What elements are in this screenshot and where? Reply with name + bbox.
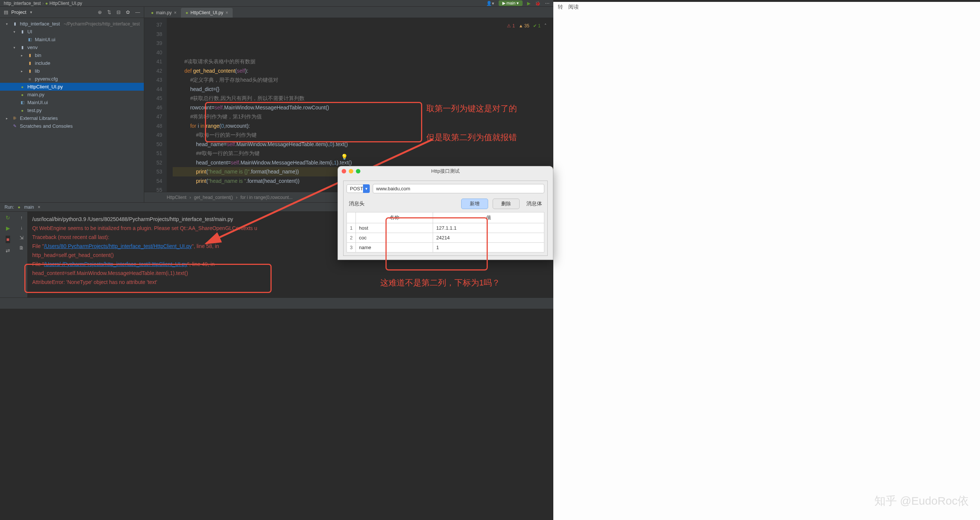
top-toolbar: http_interface_test › ● HttpClient_UI.py… bbox=[0, 0, 553, 7]
tree-node[interactable]: ≡pyvenv.cfg bbox=[0, 75, 144, 83]
tree-node[interactable]: ▮include bbox=[0, 59, 144, 67]
watermark: 知乎 @EudoRoc依 bbox=[874, 493, 969, 509]
run-icon[interactable]: ▶ bbox=[6, 225, 10, 231]
tree-node[interactable]: ✎Scratches and Consoles bbox=[0, 122, 144, 130]
table-row[interactable]: 1host127.1.1.1 bbox=[347, 223, 544, 233]
tree-node[interactable]: ▾▮UI bbox=[0, 28, 144, 36]
project-tree[interactable]: ▾▮http_interface_test~/PycharmProjects/h… bbox=[0, 18, 144, 202]
stop-icon[interactable]: ■ bbox=[6, 235, 10, 243]
debug-icon[interactable]: 🐞 bbox=[535, 1, 541, 6]
popup-titlebar[interactable]: Http接口测试 bbox=[338, 166, 553, 176]
gutter: 37383940414243444546474849505152535455 bbox=[144, 18, 167, 192]
table-row[interactable]: 2coc24214 bbox=[347, 233, 544, 243]
editor-tabs: ●main.py×●HttpClient_UI.py× bbox=[144, 7, 553, 18]
bulb-icon[interactable]: 💡 bbox=[341, 153, 348, 162]
http-test-popup[interactable]: Http接口测试 POST ▼ 消息头 新增 删除 消息体 名称值 1host1… bbox=[337, 166, 553, 260]
run-sub-toolbar: ↑ ↓ ⇲ 🗎 bbox=[16, 211, 28, 309]
right-browser-pane: 转 阅读 bbox=[553, 2, 980, 520]
run-icon[interactable]: ▶ bbox=[527, 1, 530, 6]
settings-icon[interactable]: ⇄ bbox=[6, 248, 10, 254]
gear-icon[interactable]: ✿ bbox=[126, 10, 130, 15]
hide-icon[interactable]: — bbox=[135, 10, 140, 15]
chevron-down-icon: ▼ bbox=[363, 184, 370, 193]
annotation-text: 取第一列为键这是对了的 bbox=[426, 103, 517, 114]
inspection-widget[interactable]: ⚠ 1 ▲ 35 ✔ 1 ˄ bbox=[507, 21, 547, 31]
tree-node[interactable]: ▸⊪External Libraries bbox=[0, 114, 144, 122]
more-icon[interactable]: ⋯ bbox=[545, 1, 550, 6]
tree-node[interactable]: ▸▮bin bbox=[0, 51, 144, 59]
tree-node[interactable]: ▾▮venv bbox=[0, 43, 144, 51]
tab-body[interactable]: 消息体 bbox=[524, 200, 544, 207]
run-config-name[interactable]: main bbox=[24, 205, 34, 210]
ide-window: http_interface_test › ● HttpClient_UI.py… bbox=[0, 0, 553, 309]
right-tab[interactable]: 转 bbox=[558, 4, 563, 11]
wrap-icon[interactable]: ⇲ bbox=[19, 235, 24, 240]
table-row[interactable]: 3name1 bbox=[347, 243, 544, 253]
tab-headers[interactable]: 消息头 bbox=[347, 200, 367, 207]
col-value: 值 bbox=[433, 212, 544, 223]
sidebar-title[interactable]: Project bbox=[11, 10, 26, 15]
chevron-down-icon[interactable]: ▼ bbox=[29, 11, 33, 14]
rerun-icon[interactable]: ↻ bbox=[6, 215, 10, 221]
run-label: Run: bbox=[5, 205, 14, 210]
tree-node[interactable]: ◧MainUI.ui bbox=[0, 99, 144, 107]
up-icon[interactable]: ↑ bbox=[20, 215, 23, 220]
add-button[interactable]: 新增 bbox=[461, 199, 488, 209]
delete-button[interactable]: 删除 bbox=[493, 199, 520, 209]
method-select[interactable]: POST ▼ bbox=[347, 184, 370, 193]
project-icon: ▤ bbox=[4, 10, 8, 15]
headers-table[interactable]: 名称值 1host127.1.1.12coc242143name1 bbox=[347, 212, 544, 253]
tree-node[interactable]: ▾▮http_interface_test~/PycharmProjects/h… bbox=[0, 20, 144, 28]
print-icon[interactable]: 🗎 bbox=[19, 245, 24, 251]
weak-badge[interactable]: ✔ 1 bbox=[533, 21, 541, 31]
crumb-item[interactable]: get_head_content() bbox=[194, 195, 233, 200]
close-icon[interactable]: × bbox=[174, 10, 177, 15]
crumb-item[interactable]: HttpClient bbox=[167, 195, 186, 200]
right-tabs: 转 阅读 bbox=[553, 2, 980, 13]
annotation-text: 但是取第二列为值就报错 bbox=[426, 132, 517, 143]
collapse-icon[interactable]: ⊟ bbox=[116, 10, 121, 15]
annotation-text: 这难道不是第二列，下标为1吗？ bbox=[380, 277, 500, 288]
editor-tab[interactable]: ●main.py× bbox=[146, 8, 181, 17]
python-icon: ● bbox=[18, 205, 20, 210]
tree-node[interactable]: ◧MainUI.ui bbox=[0, 36, 144, 43]
down-icon[interactable]: ↓ bbox=[20, 225, 23, 231]
run-config-selector[interactable]: ▶ main ▾ bbox=[499, 0, 523, 6]
chevron-up-icon[interactable]: ˄ bbox=[544, 21, 547, 31]
run-side-toolbar: ↻ ▶ ■ ⇄ bbox=[0, 211, 16, 309]
error-badge[interactable]: ⚠ 1 bbox=[507, 21, 515, 31]
project-sidebar: ▤ Project ▼ ⊕ ⇅ ⊟ ✿ — ▾▮http_interface_t… bbox=[0, 7, 144, 202]
expand-icon[interactable]: ⇅ bbox=[107, 10, 111, 15]
url-input[interactable] bbox=[373, 184, 544, 193]
breadcrumb-part[interactable]: http_interface_test bbox=[4, 1, 41, 6]
breadcrumb[interactable]: http_interface_test › ● HttpClient_UI.py bbox=[4, 1, 82, 6]
warning-badge[interactable]: ▲ 35 bbox=[519, 21, 529, 31]
user-icon[interactable]: 👤▾ bbox=[486, 1, 494, 6]
close-icon[interactable]: × bbox=[226, 10, 228, 15]
tree-node[interactable]: ▸▮lib bbox=[0, 67, 144, 75]
python-icon: ● bbox=[45, 1, 48, 6]
editor-tab[interactable]: ●HttpClient_UI.py× bbox=[181, 8, 233, 17]
col-name: 名称 bbox=[356, 212, 433, 223]
breadcrumb-part[interactable]: HttpClient_UI.py bbox=[49, 1, 82, 6]
status-bar bbox=[0, 297, 553, 309]
close-icon[interactable]: × bbox=[38, 205, 40, 210]
popup-title: Http接口测试 bbox=[338, 168, 553, 175]
tree-node[interactable]: ●test.py bbox=[0, 107, 144, 114]
sidebar-header: ▤ Project ▼ ⊕ ⇅ ⊟ ✿ — bbox=[0, 7, 144, 18]
crumb-item[interactable]: for i in range(0,rowcount... bbox=[240, 195, 293, 200]
tree-node[interactable]: ●HttpClient_UI.py bbox=[0, 83, 144, 91]
right-tab[interactable]: 阅读 bbox=[568, 4, 579, 11]
chevron-right-icon: › bbox=[42, 1, 44, 6]
tree-node[interactable]: ●main.py bbox=[0, 91, 144, 99]
locate-icon[interactable]: ⊕ bbox=[98, 10, 102, 15]
